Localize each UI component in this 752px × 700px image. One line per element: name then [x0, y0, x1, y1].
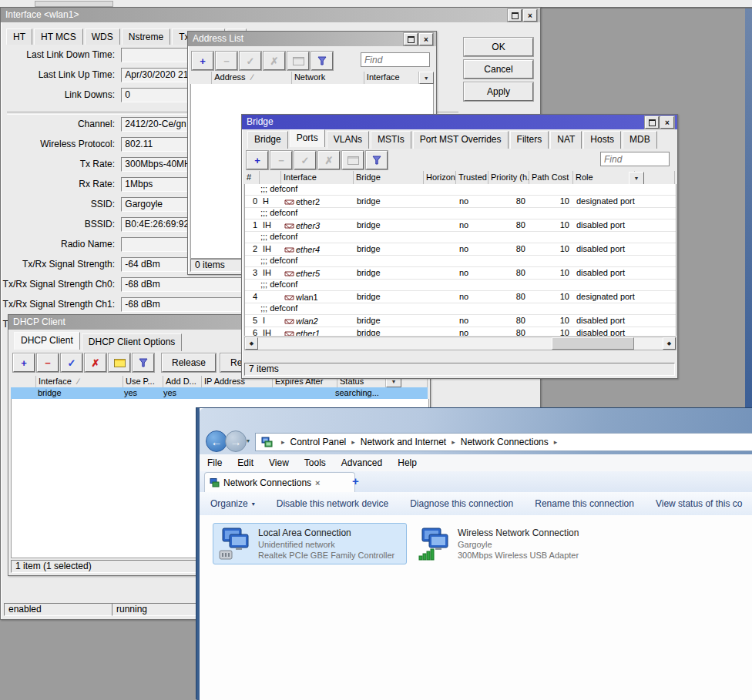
breadcrumb[interactable]: ▸Control Panel▸Network and Internet▸Netw… [255, 433, 752, 451]
find-input[interactable] [361, 52, 430, 67]
horizontal-scrollbar[interactable]: ◆ ◆ [244, 337, 676, 350]
comment-row[interactable]: ;;; defconf [245, 303, 676, 315]
maximize-button[interactable] [645, 116, 659, 129]
menu-item[interactable]: Help [390, 457, 425, 468]
close-button[interactable]: × [660, 116, 674, 129]
port-row[interactable]: 4 wlan1 bridge no 80 10 designated port [245, 291, 676, 303]
interface-tab[interactable]: HT [6, 28, 32, 45]
menu-item[interactable]: File [200, 457, 230, 468]
maximize-button[interactable] [404, 33, 418, 45]
remove-button[interactable]: − [270, 151, 292, 169]
ok-button[interactable]: OK [464, 38, 533, 56]
filter-button[interactable] [133, 353, 154, 372]
enable-button[interactable]: ✓ [240, 52, 261, 70]
interface-tab[interactable]: WDS [85, 28, 120, 45]
comment-row[interactable]: ;;; defconf [245, 280, 676, 291]
forward-button[interactable]: → [225, 430, 247, 452]
interface-tab[interactable]: HT MCS [34, 28, 83, 45]
dhcp-row-selected[interactable]: bridge yes yes searching... [11, 387, 428, 399]
port-row[interactable]: 6 IH ether1 bridge no 80 10 disabled por… [245, 327, 676, 336]
port-row[interactable]: 1 IH ether3 bridge no 80 10 disabled por… [245, 219, 676, 232]
column-flags[interactable] [260, 171, 281, 184]
interface-window-titlebar[interactable]: Interface <wlan1> × [1, 8, 540, 22]
address-list-titlebar[interactable]: Address List × [188, 32, 436, 46]
enable-button[interactable]: ✓ [294, 151, 316, 169]
column-number[interactable]: # [244, 171, 260, 184]
column-blank[interactable] [190, 72, 212, 84]
close-button[interactable]: × [419, 33, 433, 45]
column-priority[interactable]: Priority (h... [488, 171, 529, 184]
menu-item[interactable]: View [261, 457, 297, 468]
local-area-connection-item[interactable]: Local Area Connection Unidentified netwo… [213, 523, 407, 564]
bridge-tab[interactable]: Hosts [583, 131, 621, 149]
bridge-tab[interactable]: MDB [623, 131, 657, 149]
command-bar-item[interactable]: Organize▾ [210, 498, 255, 509]
command-bar-item[interactable]: Disable this network device [277, 498, 388, 509]
scroll-right-button[interactable]: ◆ [663, 337, 676, 350]
breadcrumb-segment[interactable]: ▸Network Connections [446, 437, 549, 447]
bridge-tab[interactable]: Bridge [247, 131, 288, 149]
port-row[interactable]: 2 IH ether4 bridge no 80 10 disabled por… [245, 243, 676, 256]
comment-button[interactable] [287, 52, 309, 70]
disable-button[interactable]: ✗ [85, 353, 106, 372]
bridge-tab[interactable]: Filters [510, 131, 549, 149]
column-role[interactable]: Role [573, 171, 635, 184]
menu-item[interactable]: Advanced [334, 457, 390, 468]
breadcrumb-segment[interactable]: ▸Control Panel [276, 437, 346, 447]
dhcp-tab[interactable]: DHCP Client [14, 332, 80, 350]
column-network[interactable]: Network [292, 72, 364, 84]
interface-tab[interactable]: Nstreme [122, 28, 170, 45]
column-menu-button[interactable]: ▼ [419, 72, 434, 84]
cancel-button[interactable]: Cancel [464, 60, 533, 79]
bridge-tab[interactable]: NAT [550, 131, 582, 149]
new-tab-button[interactable]: + [352, 474, 359, 487]
comment-row[interactable]: ;;; defconf [245, 208, 676, 219]
tab-network-connections[interactable]: Network Connections × [204, 472, 355, 492]
filter-button[interactable] [311, 52, 333, 70]
comment-button[interactable] [109, 353, 130, 372]
menu-item[interactable]: Edit [230, 457, 261, 468]
command-bar-item[interactable]: View status of this co [656, 498, 743, 509]
remove-button[interactable]: − [216, 52, 237, 70]
bridge-titlebar[interactable]: Bridge × [242, 115, 677, 129]
port-row[interactable]: 5 I wlan2 bridge no 80 10 disabled port [245, 315, 676, 327]
close-button[interactable]: × [523, 9, 537, 22]
port-row[interactable]: 0 H ether2 bridge no 80 10 designated po… [245, 196, 676, 208]
find-input[interactable] [600, 152, 670, 166]
add-button[interactable]: + [192, 52, 213, 70]
dhcp-tab[interactable]: DHCP Client Options [82, 333, 183, 351]
add-button[interactable]: + [247, 151, 268, 169]
column-use-peer[interactable]: Use P... [123, 376, 163, 387]
column-interface[interactable]: Interface [281, 171, 354, 184]
bridge-ports-table[interactable]: ;;; defconf 0 H ether2 bridge no 80 10 d… [244, 184, 676, 336]
connections-list[interactable]: Local Area Connection Unidentified netwo… [200, 515, 752, 700]
comment-button[interactable] [342, 151, 364, 169]
column-add-default[interactable]: Add D... [163, 376, 202, 387]
menu-item[interactable]: Tools [297, 457, 334, 468]
column-horizon[interactable]: Horizon [424, 171, 456, 184]
command-bar-item[interactable]: Rename this connection [535, 498, 634, 509]
scroll-left-button[interactable]: ◆ [245, 337, 258, 350]
recent-pages-dropdown-icon[interactable]: ▾ [247, 437, 250, 444]
wireless-network-connection-item[interactable]: Wireless Network Connection Gargoyle 300… [413, 523, 607, 564]
bridge-tab[interactable]: Ports [290, 129, 325, 147]
column-blank[interactable] [11, 376, 36, 387]
column-trusted[interactable]: Trusted [456, 171, 488, 184]
bridge-tab[interactable]: VLANs [327, 131, 369, 149]
release-button[interactable]: Release [162, 353, 216, 372]
back-button[interactable]: ← [206, 430, 227, 452]
breadcrumb-segment[interactable]: ▸Network and Internet [346, 437, 446, 447]
filter-button[interactable] [366, 151, 388, 169]
column-bridge[interactable]: Bridge [354, 171, 424, 184]
comment-row[interactable]: ;;; defconf [245, 184, 676, 196]
tab-close-icon[interactable]: × [315, 478, 320, 487]
column-menu-button[interactable]: ▼ [629, 172, 644, 185]
add-button[interactable]: + [13, 353, 35, 372]
column-interface[interactable]: Interface∕ [36, 376, 123, 387]
comment-row[interactable]: ;;; defconf [245, 256, 676, 267]
column-address[interactable]: Address∕ [212, 72, 292, 84]
bridge-tab[interactable]: Port MST Overrides [413, 131, 509, 149]
enable-button[interactable]: ✓ [61, 353, 82, 372]
scrollbar-thumb[interactable] [552, 337, 634, 350]
apply-button[interactable]: Apply [464, 82, 533, 101]
